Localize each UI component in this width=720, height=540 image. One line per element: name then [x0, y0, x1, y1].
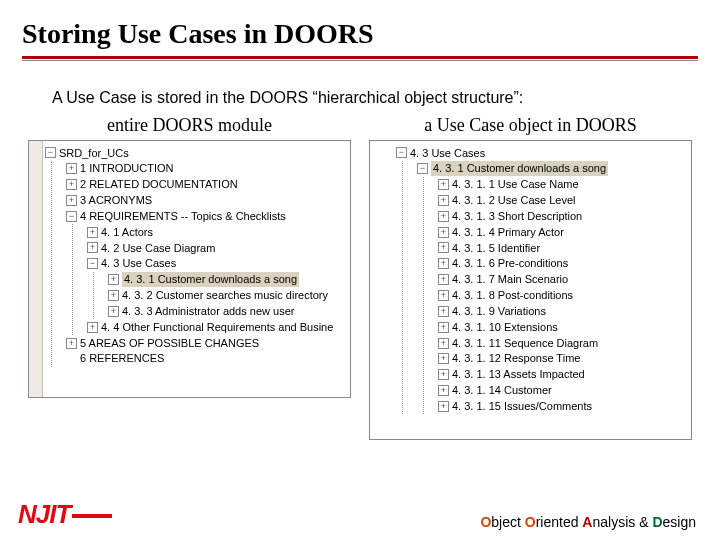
tree-node[interactable]: +4. 2 Use Case Diagram	[87, 240, 333, 256]
footer-letter-o: O	[480, 514, 491, 530]
expand-icon[interactable]: +	[66, 163, 77, 174]
tree-node[interactable]: +4. 3. 1. 7 Main Scenario	[438, 272, 687, 288]
tree-node[interactable]: +4. 3. 1. 1 Use Case Name	[438, 177, 687, 193]
expand-icon[interactable]: +	[438, 274, 449, 285]
tree-node[interactable]: +4. 3. 1. 9 Variations	[438, 303, 687, 319]
expand-icon[interactable]: +	[438, 258, 449, 269]
tree-node[interactable]: +4. 3. 1. 6 Pre-conditions	[438, 256, 687, 272]
tree-node[interactable]: +4. 3. 1. 11 Sequence Diagram	[438, 335, 687, 351]
intro-text: A Use Case is stored in the DOORS “hiera…	[52, 89, 698, 107]
tree-label: 4. 3. 1. 13 Assets Impacted	[452, 367, 585, 382]
panel-right: −4. 3 Use Cases −4. 3. 1 Customer downlo…	[369, 140, 692, 440]
expand-icon[interactable]: +	[438, 195, 449, 206]
tree-label: 4. 3. 1. 2 Use Case Level	[452, 193, 576, 208]
panel-left: − SRD_for_UCs +1 INTRODUCTION +2 RELATED…	[28, 140, 351, 398]
expand-icon[interactable]: +	[66, 338, 77, 349]
collapse-icon[interactable]: −	[417, 163, 428, 174]
tree-node[interactable]: +4. 3. 1. 10 Extensions	[438, 319, 687, 335]
tree-node[interactable]: +4. 3. 3 Administrator adds new user	[108, 303, 333, 319]
no-toggle-icon	[66, 353, 77, 364]
tree-label: 4 REQUIREMENTS -- Topics & Checklists	[80, 209, 286, 224]
tree-node[interactable]: +4. 3. 1. 4 Primary Actor	[438, 224, 687, 240]
tree-label: 4. 3. 1 Customer downloads a song	[431, 161, 608, 176]
expand-icon[interactable]: +	[438, 401, 449, 412]
tree-node-root[interactable]: − SRD_for_UCs	[45, 145, 333, 161]
collapse-icon[interactable]: −	[66, 211, 77, 222]
collapse-icon[interactable]: −	[45, 147, 56, 158]
expand-icon[interactable]: +	[438, 306, 449, 317]
expand-icon[interactable]: +	[66, 195, 77, 206]
col-left: entire DOORS module − SRD_for_UCs +1 INT…	[28, 115, 351, 440]
tree-node[interactable]: +4. 3. 1. 8 Post-conditions	[438, 288, 687, 304]
tree-node[interactable]: +3 ACRONYMS	[66, 193, 333, 209]
tree-label: 5 AREAS OF POSSIBLE CHANGES	[80, 336, 259, 351]
tree-label: 6 REFERENCES	[80, 351, 164, 366]
expand-icon[interactable]: +	[438, 322, 449, 333]
col-right: a Use Case object in DOORS −4. 3 Use Cas…	[369, 115, 692, 440]
footer-letter-a: A	[582, 514, 592, 530]
tree-node[interactable]: +4. 4 Other Functional Requirements and …	[87, 319, 333, 335]
tree-label: 4. 3 Use Cases	[101, 256, 176, 271]
tree-label: 4. 3. 1. 3 Short Description	[452, 209, 582, 224]
tree-label: 4. 3. 1. 4 Primary Actor	[452, 225, 564, 240]
tree-node[interactable]: +4. 3. 1. 5 Identifier	[438, 240, 687, 256]
tree-label: 4. 3 Use Cases	[410, 146, 485, 161]
left-gutter	[29, 141, 43, 397]
collapse-icon[interactable]: −	[396, 147, 407, 158]
tree-node-highlighted[interactable]: +4. 3. 1 Customer downloads a song	[108, 272, 333, 288]
tree-node[interactable]: +4. 3. 1. 12 Response Time	[438, 351, 687, 367]
expand-icon[interactable]: +	[438, 353, 449, 364]
tree-label: 4. 3. 1. 10 Extensions	[452, 320, 558, 335]
tree-node[interactable]: +4. 3. 2 Customer searches music directo…	[108, 288, 333, 304]
tree-node[interactable]: +2 RELATED DOCUMENTATION	[66, 177, 333, 193]
tree-node[interactable]: +4. 3. 1. 3 Short Description	[438, 208, 687, 224]
tree-node[interactable]: +4. 3. 1. 14 Customer	[438, 383, 687, 399]
tree-node[interactable]: +1 INTRODUCTION	[66, 161, 333, 177]
tree-right: −4. 3 Use Cases −4. 3. 1 Customer downlo…	[370, 141, 691, 418]
tree-label: 3 ACRONYMS	[80, 193, 152, 208]
expand-icon[interactable]: +	[108, 306, 119, 317]
tree-node[interactable]: +5 AREAS OF POSSIBLE CHANGES	[66, 335, 333, 351]
tree-node-highlighted[interactable]: −4. 3. 1 Customer downloads a song	[417, 161, 687, 177]
tree-label: 4. 2 Use Case Diagram	[101, 241, 215, 256]
tree-node[interactable]: +4. 3. 1. 2 Use Case Level	[438, 193, 687, 209]
tree-node[interactable]: +4. 3. 1. 15 Issues/Comments	[438, 399, 687, 415]
tree-label: 4. 3. 2 Customer searches music director…	[122, 288, 328, 303]
col-right-header: a Use Case object in DOORS	[369, 115, 692, 136]
expand-icon[interactable]: +	[87, 322, 98, 333]
tree-label: 4. 3. 1. 7 Main Scenario	[452, 272, 568, 287]
tree-label: 2 RELATED DOCUMENTATION	[80, 177, 238, 192]
tree-label: 4. 3. 1. 15 Issues/Comments	[452, 399, 592, 414]
collapse-icon[interactable]: −	[87, 258, 98, 269]
expand-icon[interactable]: +	[438, 242, 449, 253]
expand-icon[interactable]: +	[438, 338, 449, 349]
tree-label: 4. 3. 1. 9 Variations	[452, 304, 546, 319]
tree-node[interactable]: −4. 3 Use Cases	[87, 256, 333, 272]
tree-node[interactable]: −4 REQUIREMENTS -- Topics & Checklists	[66, 208, 333, 224]
expand-icon[interactable]: +	[438, 227, 449, 238]
expand-icon[interactable]: +	[87, 242, 98, 253]
tree-label: 4. 3. 1. 11 Sequence Diagram	[452, 336, 598, 351]
expand-icon[interactable]: +	[438, 179, 449, 190]
tree-node[interactable]: +4. 3. 1. 13 Assets Impacted	[438, 367, 687, 383]
tree-label: 4. 3. 1 Customer downloads a song	[122, 272, 299, 287]
expand-icon[interactable]: +	[108, 290, 119, 301]
tree-node[interactable]: +4. 1 Actors	[87, 224, 333, 240]
col-left-header: entire DOORS module	[28, 115, 351, 136]
expand-icon[interactable]: +	[438, 369, 449, 380]
expand-icon[interactable]: +	[87, 227, 98, 238]
expand-icon[interactable]: +	[66, 179, 77, 190]
tree-node[interactable]: 6 REFERENCES	[66, 351, 333, 367]
expand-icon[interactable]: +	[438, 211, 449, 222]
tree-label: 4. 3. 1. 5 Identifier	[452, 241, 540, 256]
expand-icon[interactable]: +	[438, 290, 449, 301]
expand-icon[interactable]: +	[108, 274, 119, 285]
tree-label: 4. 3. 1. 1 Use Case Name	[452, 177, 579, 192]
tree-node[interactable]: −4. 3 Use Cases	[396, 145, 687, 161]
tree-label: 4. 3. 1. 12 Response Time	[452, 351, 580, 366]
footer: NJIT Object Oriented Analysis & Design	[0, 499, 720, 530]
tree-label: 1 INTRODUCTION	[80, 161, 174, 176]
tree-label: 4. 1 Actors	[101, 225, 153, 240]
expand-icon[interactable]: +	[438, 385, 449, 396]
logo-bar-icon	[72, 514, 112, 518]
